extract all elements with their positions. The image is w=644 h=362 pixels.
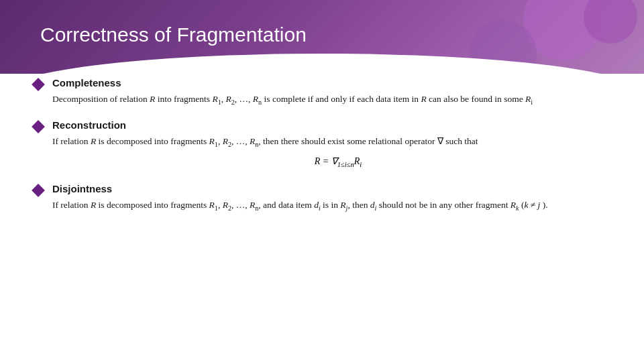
slide: Correctness of Fragmentation Completenes… <box>0 0 644 362</box>
slide-title: Correctness of Fragmentation <box>40 23 307 46</box>
slide-header: Correctness of Fragmentation <box>0 0 644 74</box>
reconstruction-formula: R = ∇1≤i≤nRi <box>52 156 624 168</box>
slide-content: Completeness Decomposition of relation R… <box>34 77 624 349</box>
completeness-section: Completeness Decomposition of relation R… <box>34 77 624 107</box>
reconstruction-text: If relation R is decomposed into fragmen… <box>52 135 624 149</box>
completeness-content: Completeness Decomposition of relation R… <box>52 77 624 107</box>
completeness-bullet <box>32 78 45 91</box>
disjointness-heading: Disjointness <box>52 183 624 194</box>
disjointness-content: Disjointness If relation R is decomposed… <box>52 183 624 213</box>
reconstruction-section: Reconstruction If relation R is decompos… <box>34 119 624 170</box>
disjointness-text: If relation R is decomposed into fragmen… <box>52 198 624 213</box>
completeness-heading: Completeness <box>52 77 624 88</box>
disjointness-section: Disjointness If relation R is decomposed… <box>34 183 624 213</box>
reconstruction-content: Reconstruction If relation R is decompos… <box>52 119 624 170</box>
completeness-text: Decomposition of relation R into fragmen… <box>52 93 624 107</box>
reconstruction-bullet <box>32 120 45 133</box>
disjointness-bullet <box>32 184 45 197</box>
reconstruction-heading: Reconstruction <box>52 119 624 131</box>
